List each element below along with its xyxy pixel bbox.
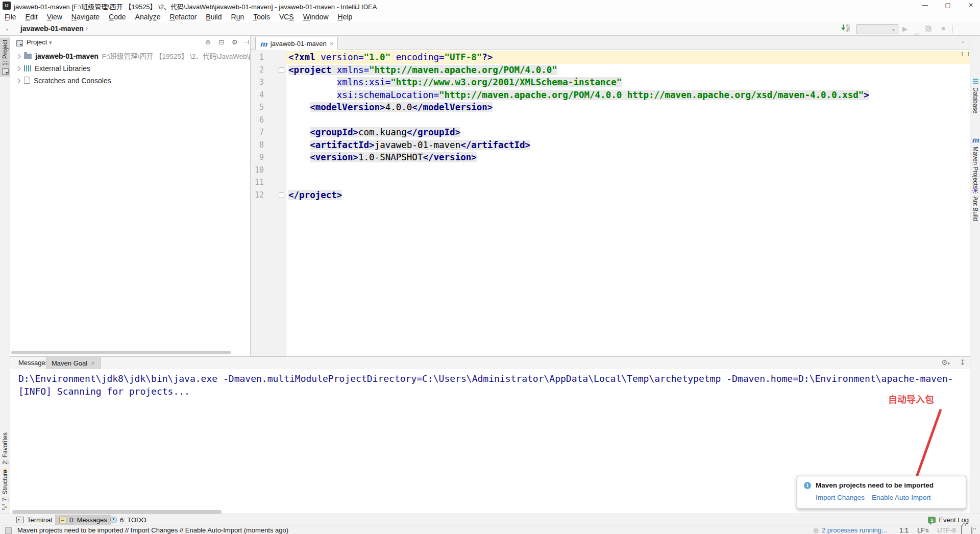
collapse-all-icon[interactable]: ⊟ xyxy=(218,38,224,46)
tree-row-scratches-and-consoles[interactable]: Scratches and Consoles xyxy=(10,75,250,87)
menu-refactor[interactable]: Refactor xyxy=(165,11,201,22)
close-tab-icon[interactable]: × xyxy=(91,359,95,367)
breadcrumb[interactable]: javaweb-01-maven xyxy=(20,25,84,33)
status-message[interactable]: Maven projects need to be imported // Im… xyxy=(17,526,288,534)
enable-auto-import-link[interactable]: Enable Auto-Import xyxy=(872,494,931,501)
code-line-5[interactable]: <modelVersion>4.0.0</modelVersion> xyxy=(288,101,493,114)
menu-tools[interactable]: Tools xyxy=(249,11,275,22)
menu-edit[interactable]: Edit xyxy=(21,11,42,22)
code-token: xsi:schemaLocation= xyxy=(337,90,439,100)
vcs-update-icon[interactable]: 011001 xyxy=(841,25,850,32)
code-token xyxy=(288,102,310,112)
menu-code[interactable]: Code xyxy=(104,11,130,22)
inspection-indicator-icon[interactable] xyxy=(962,52,969,56)
editor-tab-pom[interactable]: m javaweb-01-maven × xyxy=(255,37,338,50)
tree-item-label: Scratches and Consoles xyxy=(34,77,111,85)
project-horizontal-scrollbar[interactable] xyxy=(11,351,231,354)
toolbutton-6-todo[interactable]: 6: TODO xyxy=(106,515,151,525)
expand-chevron-icon[interactable] xyxy=(16,79,21,84)
code-token: com.kuang xyxy=(358,127,407,137)
menu-build[interactable]: Build xyxy=(201,11,226,22)
gear-icon[interactable]: ⚙▾ xyxy=(941,358,950,367)
intellij-idea-window: { "window": { "title": "javaweb-01-maven… xyxy=(0,0,980,534)
console-horizontal-scrollbar[interactable] xyxy=(12,510,222,514)
library-icon xyxy=(24,65,31,71)
hector-inspection-icon[interactable] xyxy=(971,526,972,534)
code-line-1[interactable]: <?xml version="1.0" encoding="UTF-8"?> xyxy=(288,51,493,64)
line-number: 8 xyxy=(251,139,264,152)
run-icon[interactable]: ▶ xyxy=(902,25,908,33)
project-tool-window: Project ▾ ⊕ ⊟ ⚙ ⊣ javaweb-01-mavenF:\班级管… xyxy=(10,36,250,356)
stripe-tab-7-structure[interactable]: 7: Structure xyxy=(0,468,10,512)
code-line-7[interactable]: <groupId>com.kuang</groupId> xyxy=(288,126,460,139)
import-changes-link[interactable]: Import Changes xyxy=(816,494,865,501)
locate-file-icon[interactable]: ⊕ xyxy=(205,38,211,46)
code-line-4[interactable]: xsi:schemaLocation="http://maven.apache.… xyxy=(288,89,869,102)
menu-analyze[interactable]: Analyze xyxy=(131,11,165,22)
run-configuration-select[interactable]: ⌄ xyxy=(856,24,898,34)
project-view-title[interactable]: Project ▾ xyxy=(27,38,52,46)
menu-file[interactable]: File xyxy=(0,11,21,22)
processes-running-link[interactable]: 2 processes running... xyxy=(822,526,887,534)
code-token: <groupId> xyxy=(310,127,358,137)
fold-marker-icon[interactable] xyxy=(279,67,284,73)
line-separator-selector[interactable]: LF⇅ xyxy=(917,526,929,534)
stripe-tab-database[interactable]: Database xyxy=(970,77,980,115)
stop-icon[interactable]: ■ xyxy=(941,25,945,32)
minimize-button[interactable]: — xyxy=(916,0,934,11)
toolbutton-terminal[interactable]: Terminal xyxy=(12,515,56,525)
code-token: <version> xyxy=(310,152,358,162)
fold-marker-icon[interactable] xyxy=(279,192,284,198)
code-token xyxy=(288,152,310,162)
code-editor[interactable]: 123456789101112 <?xml version="1.0" enco… xyxy=(251,50,970,356)
toolwindow-toggle-icon[interactable] xyxy=(5,527,12,534)
menu-window[interactable]: Window xyxy=(299,11,333,22)
code-token: version= xyxy=(321,52,363,62)
tree-row-external-libraries[interactable]: External Libraries xyxy=(10,62,250,75)
tree-item-label: External Libraries xyxy=(35,64,90,72)
tree-row-javaweb-01-maven[interactable]: javaweb-01-mavenF:\班级管理\西开 【19525】 \2、代码… xyxy=(10,50,250,62)
maven-goal-tab[interactable]: Maven Goal × xyxy=(46,357,101,369)
coverage-icon[interactable] xyxy=(925,26,932,32)
project-view-icon xyxy=(16,40,23,46)
code-token: encoding= xyxy=(390,52,444,62)
menu-help[interactable]: Help xyxy=(333,11,357,22)
encoding-selector[interactable]: UTF-8 xyxy=(937,526,956,534)
hide-panel-icon[interactable]: ⊣ xyxy=(243,38,249,46)
gear-icon[interactable]: ⚙ xyxy=(232,38,238,46)
maximize-button[interactable]: ▢ xyxy=(939,0,957,11)
menu-vcs[interactable]: VCS xyxy=(275,11,299,22)
code-token: 4.0.0 xyxy=(385,102,412,112)
stripe-tab-1-project[interactable]: 1: Project xyxy=(0,38,10,77)
code-line-3[interactable]: xmlns:xsi="http://www.w3.org/2001/XMLSch… xyxy=(288,76,622,89)
caret-position[interactable]: 1:1 xyxy=(899,526,909,534)
left-tool-stripe: 1: Project2: Favorites★7: Structure xyxy=(0,36,10,514)
editor-tab-label: javaweb-01-maven xyxy=(271,40,327,47)
editor-corner-chevron-icon[interactable]: ⌄ xyxy=(961,38,965,44)
stripe-tab-label: Database xyxy=(972,87,979,113)
expand-chevron-icon[interactable] xyxy=(16,54,21,59)
title-bar: IJ javaweb-01-maven [F:\班级管理\西开 【19525】 … xyxy=(0,0,980,11)
stripe-tab-ant-build[interactable]: Ant Build xyxy=(970,185,980,223)
menu-view[interactable]: View xyxy=(42,11,67,22)
line-number: 2 xyxy=(251,64,264,77)
toolbutton-0-messages[interactable]: 0: Messages xyxy=(55,515,111,525)
code-line-9[interactable]: <version>1.0-SNAPSHOT</version> xyxy=(288,151,477,164)
menu-run[interactable]: Run xyxy=(227,11,249,22)
scroll-to-end-icon[interactable]: ↧ xyxy=(960,358,966,367)
lock-icon[interactable] xyxy=(961,525,962,534)
code-line-12[interactable]: </project> xyxy=(288,189,342,202)
close-button[interactable]: ✕ xyxy=(962,0,979,11)
expand-chevron-icon[interactable] xyxy=(16,66,21,71)
project-icon xyxy=(2,68,9,75)
code-line-8[interactable]: <artifactId>javaweb-01-maven</artifactId… xyxy=(288,139,530,152)
event-log-badge-icon: 1 xyxy=(928,517,936,523)
menu-navigate[interactable]: Navigate xyxy=(67,11,104,22)
close-tab-icon[interactable]: × xyxy=(330,40,334,47)
code-line-2[interactable]: <project xmlns="http://maven.apache.org/… xyxy=(288,64,557,77)
code-token: </modelVersion> xyxy=(412,102,493,112)
stripe-tab-maven-projects[interactable]: mMaven Projects xyxy=(970,134,980,191)
code-token: "http://maven.apache.org/POM/4.0.0 http:… xyxy=(439,90,864,100)
maven-icon: m xyxy=(972,136,979,144)
console-line-1: D:\Environment\jdk8\jdk\bin\java.exe -Dm… xyxy=(18,372,953,385)
